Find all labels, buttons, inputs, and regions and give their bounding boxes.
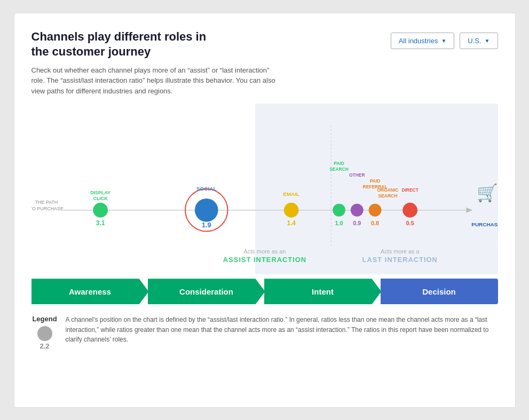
main-title: Channels play different roles in the cus…: [31, 29, 277, 60]
svg-point-19: [283, 203, 298, 218]
legend-label-block: Legend 2.2: [31, 315, 58, 350]
decision-label: Decision: [422, 287, 456, 296]
svg-marker-3: [466, 208, 472, 213]
journey-segment-decision: Decision: [381, 279, 498, 304]
svg-text:CLICK: CLICK: [93, 196, 108, 201]
awareness-label: Awareness: [69, 287, 111, 296]
svg-text:3.1: 3.1: [96, 219, 105, 227]
svg-text:1.9: 1.9: [201, 221, 211, 229]
svg-text:PAID: PAID: [334, 161, 344, 166]
svg-text:Acts more as an: Acts more as an: [243, 248, 286, 255]
svg-point-11: [93, 203, 108, 218]
svg-point-34: [368, 204, 381, 217]
svg-text:0.5: 0.5: [406, 220, 414, 226]
legend-circle: [37, 326, 52, 341]
svg-text:ASSIST INTERACTION: ASSIST INTERACTION: [223, 256, 306, 264]
main-card: Channels play different roles in the cus…: [14, 13, 516, 408]
journey-segment-intent: Intent: [264, 279, 382, 304]
header-row: Channels play different roles in the cus…: [31, 29, 498, 97]
journey-bar: Awareness Consideration Intent Decision: [31, 279, 498, 304]
journey-segment-consideration: Consideration: [148, 279, 265, 304]
svg-text:1.4: 1.4: [287, 219, 296, 227]
svg-text:PURCHASE: PURCHASE: [471, 221, 498, 227]
svg-text:🛒: 🛒: [477, 183, 498, 203]
svg-text:SOCIAL: SOCIAL: [196, 186, 216, 192]
svg-text:LAST INTERACTION: LAST INTERACTION: [362, 256, 437, 264]
industry-arrow: ▼: [441, 38, 446, 44]
industry-label: All industries: [399, 37, 438, 45]
svg-text:EMAIL: EMAIL: [283, 191, 299, 197]
chart-area: THE PATH TO PURCHASE Acts more as an ASS…: [31, 104, 498, 274]
svg-point-30: [333, 204, 345, 217]
legend-text: A channel's position on the chart is def…: [66, 315, 493, 345]
svg-text:Acts more as a: Acts more as a: [380, 248, 420, 255]
svg-point-36: [402, 203, 417, 218]
region-label: U.S.: [468, 37, 481, 45]
legend-value: 2.2: [40, 342, 49, 350]
svg-text:ORGANIC: ORGANIC: [377, 187, 398, 193]
svg-text:DIRECT: DIRECT: [401, 187, 419, 193]
intent-label: Intent: [312, 287, 334, 296]
industry-dropdown[interactable]: All industries ▼: [391, 33, 455, 49]
legend-row: Legend 2.2 A channel's position on the c…: [31, 315, 498, 350]
svg-text:1.0: 1.0: [335, 220, 343, 226]
region-dropdown[interactable]: U.S. ▼: [460, 33, 498, 49]
chart-svg: THE PATH TO PURCHASE Acts more as an ASS…: [31, 104, 498, 274]
svg-text:0.8: 0.8: [370, 220, 378, 226]
svg-text:DISPLAY: DISPLAY: [90, 190, 110, 195]
svg-text:SEARCH: SEARCH: [378, 193, 397, 199]
dropdowns: All industries ▼ U.S. ▼: [391, 33, 498, 49]
region-arrow: ▼: [485, 38, 490, 44]
svg-text:TO PURCHASE: TO PURCHASE: [31, 206, 64, 211]
svg-text:0.9: 0.9: [353, 220, 361, 226]
svg-text:OTHER: OTHER: [349, 172, 365, 178]
svg-text:SEARCH: SEARCH: [329, 167, 349, 172]
title-block: Channels play different roles in the cus…: [31, 29, 277, 97]
subtitle: Check out whether each channel plays mor…: [31, 65, 277, 97]
svg-text:THE PATH: THE PATH: [35, 200, 58, 205]
consideration-label: Consideration: [179, 287, 233, 296]
legend-title: Legend: [32, 315, 57, 323]
svg-point-16: [194, 199, 218, 222]
journey-segment-awareness: Awareness: [31, 279, 149, 304]
svg-point-32: [350, 204, 363, 217]
svg-text:PAID: PAID: [369, 178, 380, 184]
